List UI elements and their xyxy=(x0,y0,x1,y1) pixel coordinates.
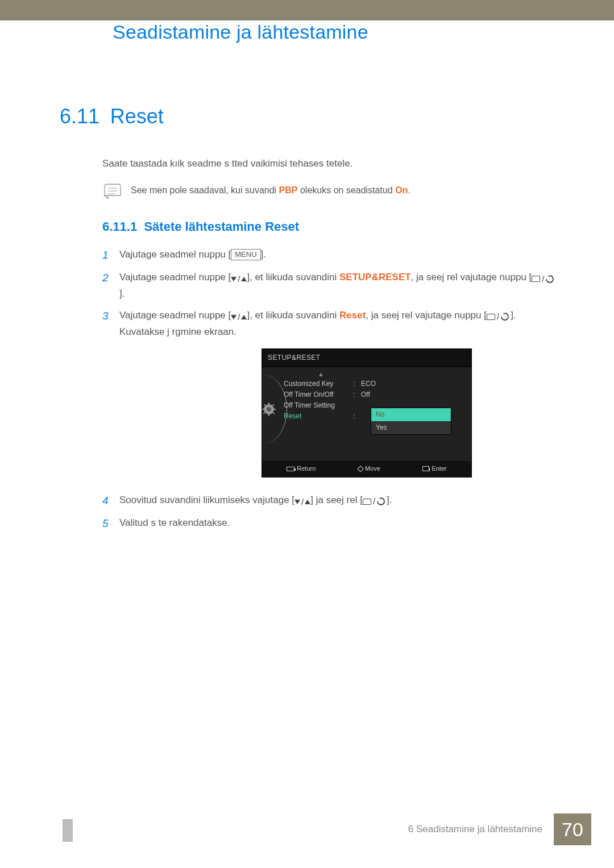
osd-label: Customized Key xyxy=(284,379,353,389)
step-number: 1 xyxy=(102,247,119,264)
step-3: 3 Vajutage seadmel nuppe [/], et liikuda… xyxy=(102,308,557,487)
up-down-icon: / xyxy=(231,272,247,286)
osd-up-arrow-icon: ▲ xyxy=(284,371,466,377)
osd-footer-label: Move xyxy=(365,464,380,474)
step-body: Vajutage seadmel nuppe [/], et liikuda s… xyxy=(119,308,557,487)
note-highlight: PBP xyxy=(279,185,298,195)
chapter-badge xyxy=(63,14,101,43)
subsection-title: Sätete lähtestamine Reset xyxy=(144,219,299,234)
up-down-icon: / xyxy=(231,310,247,324)
step-number: 4 xyxy=(102,492,119,509)
osd-footer-move: Move xyxy=(358,464,380,474)
osd-popup-option: Yes xyxy=(371,421,451,434)
note-text-part: . xyxy=(408,185,410,195)
osd-title: SETUP&RESET xyxy=(262,349,471,367)
osd-row: Off Timer On/Off : Off xyxy=(284,389,466,400)
osd-label-selected: Reset xyxy=(284,411,353,422)
svg-rect-7 xyxy=(262,409,264,410)
step-body: Soovitud suvandini liikumiseks vajutage … xyxy=(119,492,557,509)
osd-footer: Return Move Enter xyxy=(262,461,471,477)
step-5: 5 Valitud s te rakendatakse. xyxy=(102,515,557,532)
subsection-heading: 6.11.1 Sätete lähtestamine Reset xyxy=(102,219,557,234)
step-2: 2 Vajutage seadmel nuppe [/], et liikuda… xyxy=(102,269,557,301)
osd-left-decor xyxy=(262,367,283,461)
osd-label: Off Timer Setting xyxy=(284,400,353,411)
step-list: 1 Vajutage seadmel nuppu [MENU]. 2 Vajut… xyxy=(102,247,557,532)
enter-icon xyxy=(422,466,429,471)
text: Vajutage seadmel nuppe [ xyxy=(119,272,231,283)
text: Vajutage seadmel nuppu [ xyxy=(119,249,231,260)
section-intro: Saate taastada kıik seadme s tted vaikim… xyxy=(102,158,557,169)
step-number: 2 xyxy=(102,269,119,286)
enter-icon: / xyxy=(487,310,511,323)
text: ], et liikuda suvandini xyxy=(247,272,339,283)
step-number: 5 xyxy=(102,515,119,532)
menu-button-icon: MENU xyxy=(231,249,260,260)
osd-footer-return: Return xyxy=(287,464,316,474)
section-title: Reset xyxy=(110,105,164,128)
step-body: Vajutage seadmel nuppu [MENU]. xyxy=(119,247,557,262)
osd-value: Off xyxy=(361,389,466,400)
svg-rect-11 xyxy=(272,404,275,406)
section-heading: 6.11 Reset xyxy=(60,105,557,128)
note-text-part: See men pole saadaval, kui suvandi xyxy=(131,185,279,195)
svg-rect-9 xyxy=(264,404,266,406)
move-icon xyxy=(357,466,363,472)
osd-colon: : xyxy=(353,389,361,400)
up-down-icon: / xyxy=(294,495,310,509)
text: ] ja seej rel [ xyxy=(310,495,363,505)
osd-body: ▲ Customized Key : ECO Off Timer On/Off … xyxy=(262,367,471,461)
highlight: Reset xyxy=(339,310,366,321)
return-icon xyxy=(287,467,294,471)
osd-footer-label: Enter xyxy=(432,464,446,474)
osd-columns: ▲ Customized Key : ECO Off Timer On/Off … xyxy=(283,367,471,461)
step-body: Vajutage seadmel nuppe [/], et liikuda s… xyxy=(119,269,557,301)
osd-colon: : xyxy=(353,379,361,389)
chapter-title: Seadistamine ja lähtestamine xyxy=(113,21,368,43)
step-1: 1 Vajutage seadmel nuppu [MENU]. xyxy=(102,247,557,264)
page-footer: 6 Seadistamine ja lähtestamine 70 xyxy=(0,813,614,845)
osd-popup-option-selected: No xyxy=(371,408,451,421)
osd-label: Off Timer On/Off xyxy=(284,389,353,400)
svg-rect-12 xyxy=(263,412,265,414)
svg-rect-6 xyxy=(268,414,269,416)
step-4: 4 Soovitud suvandini liikumiseks vajutag… xyxy=(102,492,557,509)
text: ]. xyxy=(119,288,125,299)
osd-colon: : xyxy=(353,411,361,422)
enter-icon: / xyxy=(363,495,387,508)
page-content: 6.11 Reset Saate taastada kıik seadme s … xyxy=(0,59,614,532)
svg-rect-8 xyxy=(273,409,276,410)
text: , ja seej rel vajutage nuppu [ xyxy=(411,272,532,283)
note-icon xyxy=(102,183,123,199)
svg-point-4 xyxy=(267,407,271,412)
svg-rect-10 xyxy=(273,412,275,414)
footer-chapter-label: 6 Seadistamine ja lähtestamine xyxy=(408,813,554,845)
highlight: SETUP&RESET xyxy=(339,272,411,283)
osd-screenshot: SETUP&RESET xyxy=(262,348,472,477)
note-highlight: On xyxy=(395,185,408,195)
subsection-number: 6.11.1 xyxy=(102,219,137,234)
note-text-part: olekuks on seadistatud xyxy=(298,185,396,195)
text: ]. xyxy=(261,249,266,260)
footer-page-number: 70 xyxy=(554,813,591,845)
step-body: Valitud s te rakendatakse. xyxy=(119,515,557,530)
text: Soovitud suvandini liikumiseks vajutage … xyxy=(119,495,294,505)
gear-icon xyxy=(262,402,276,416)
note-text: See men pole saadaval, kui suvandi PBP o… xyxy=(131,183,410,197)
section-number: 6.11 xyxy=(60,105,99,128)
enter-icon: / xyxy=(532,272,555,286)
svg-rect-5 xyxy=(268,402,269,405)
footer-accent-bar xyxy=(63,819,73,842)
osd-value: ECO xyxy=(361,379,466,389)
osd-footer-enter: Enter xyxy=(422,464,446,474)
chapter-header: Seadistamine ja lähtestamine xyxy=(0,20,614,59)
note: See men pole saadaval, kui suvandi PBP o… xyxy=(102,183,557,199)
text: ]. xyxy=(387,495,392,505)
osd-row: Customized Key : ECO xyxy=(284,379,466,389)
osd-footer-label: Return xyxy=(297,464,316,474)
osd-popup: No Yes xyxy=(371,408,451,434)
step-number: 3 xyxy=(102,308,119,325)
text: Vajutage seadmel nuppe [ xyxy=(119,310,231,321)
text: ], et liikuda suvandini xyxy=(247,310,339,321)
text: , ja seej rel vajutage nuppu [ xyxy=(366,310,487,321)
